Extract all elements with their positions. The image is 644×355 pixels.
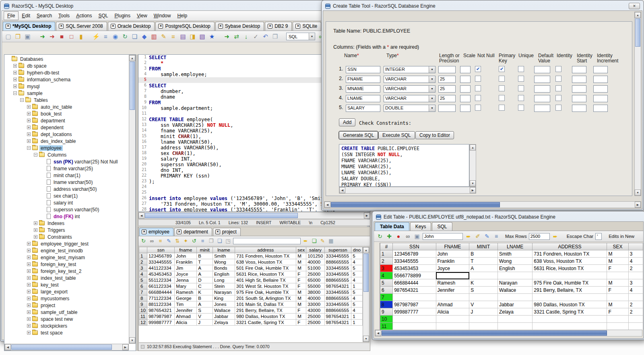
scroll-up-icon[interactable]: ▲ [129,55,135,61]
cell[interactable]: M [296,265,306,271]
cell[interactable]: F [607,265,628,272]
cell[interactable]: M [296,253,306,259]
not-null-checkbox[interactable] [475,105,481,111]
new-query-page-icon[interactable]: ❐ [271,33,279,40]
cell[interactable]: 301 West St. Houston TX [235,283,296,289]
scroll-left-icon[interactable]: ◀ [5,344,11,350]
tree-item-sex-char-1[interactable]: +sex char(1) [5,192,128,199]
cell[interactable]: 5631 Rice, Houston TX [533,265,607,272]
tree-item-salary-int[interactable]: +salary int [5,199,128,206]
tree-item-triggers[interactable]: +Triggers [5,227,128,233]
max-rows-input[interactable] [529,233,550,240]
cell[interactable] [628,294,643,301]
edit-tab-sql[interactable]: SQL [432,222,452,231]
tree-expander-icon[interactable]: − [20,98,24,102]
editor-horizontal-scrollbar[interactable]: ◀ ▶ [138,212,370,219]
cell[interactable]: Jennifer [175,308,197,314]
table-row[interactable]: 1123456789JohnBSmith731 Fondren, Houston… [139,253,363,259]
identity-increment-input[interactable] [593,105,608,112]
length-input[interactable] [438,105,456,112]
cell[interactable] [498,323,533,330]
close-tab-icon[interactable]: ✕ [111,24,116,29]
cell[interactable]: Jennifer [436,287,469,294]
tree-item-minit-char-1[interactable]: +minit char(1) [5,172,128,179]
column-header-sex[interactable]: SEX [607,243,628,250]
generated-sql-preview[interactable]: CREATE TABLE PUBLIC.EMPLOYEE(SSN INTEGER… [339,144,469,187]
scroll-right-icon[interactable]: ▶ [122,344,128,350]
cell[interactable]: 975 Fire Oak, Humble TX [533,279,607,287]
row-number[interactable]: 9 [139,301,147,308]
cell[interactable]: M [607,279,628,287]
cell[interactable]: 1 [351,320,363,326]
cell[interactable]: 999887777 [393,308,436,316]
refresh-connection-icon[interactable]: ↻ [121,33,129,40]
identity-start-input[interactable] [572,85,586,93]
menu-help[interactable]: Help [174,12,190,20]
cell[interactable]: F [607,308,628,316]
selected-cell[interactable] [436,272,469,279]
cell[interactable]: F [296,271,306,277]
tree-expander-icon[interactable]: + [13,64,17,68]
identity-start-input[interactable] [572,76,586,83]
results-vscroll-thumb[interactable] [363,254,369,292]
tree-item-information-schema[interactable]: +information_schema [5,76,128,83]
table-row[interactable]: 9999887777AliciaJZelaya3321 Castle, Spri… [380,308,643,316]
cell[interactable]: 333445555 [324,253,351,259]
cell[interactable]: Jones [213,301,235,308]
tree-expander-icon[interactable]: + [27,262,31,266]
close-tab-icon[interactable]: ✕ [177,229,182,234]
cell[interactable]: Ramesh [436,279,469,287]
cell[interactable]: A [197,301,213,308]
tree-item-hyphen-db-test[interactable]: +hyphen-db-test [5,69,128,76]
scroll-right-icon[interactable]: ▶ [635,202,641,208]
cell[interactable]: 999887777 [147,320,174,326]
column-header-minit[interactable]: MINIT [469,243,498,250]
result-tab-employee[interactable]: ✕employee [139,228,173,236]
row-number[interactable]: 2 [380,258,393,265]
cell[interactable]: 55000 [306,283,324,289]
cell[interactable]: Tim [175,301,197,308]
cell[interactable]: M [607,250,628,258]
add-column-button[interactable]: Add [339,118,355,126]
cell[interactable]: 987654321 [393,287,436,294]
close-tab-icon[interactable]: ✕ [59,24,64,29]
tree-item-dno-fk-int[interactable]: +dno (FK) int [5,213,128,220]
cell[interactable]: 333445555 [393,258,436,265]
cell[interactable]: 2 [628,265,643,272]
not-null-checkbox[interactable] [475,76,481,82]
identity-start-input[interactable] [572,105,586,112]
tree-item-index-test-table[interactable]: +index_test_table [5,275,128,281]
cell[interactable]: T [469,258,498,265]
table-row[interactable]: 12999887777AliciaJZelaya3321 Castle, Spr… [139,320,363,326]
cell[interactable] [533,272,607,279]
cell[interactable]: Alicia [175,320,197,326]
window-vertical-scrollbar[interactable]: ▲ ▼ [634,12,641,196]
unique-checkbox[interactable] [518,76,524,82]
cell[interactable]: 3321 Castle, Spring TX [235,320,296,326]
cell[interactable]: Ramesh [175,289,197,295]
table-row[interactable]: 11987987987AhmadVJabbar980 Dallas, Houst… [139,314,363,320]
identity-checkbox[interactable] [555,105,561,111]
list-view-icon[interactable]: ≡ [199,237,206,245]
cell[interactable]: English [213,271,235,277]
tree-expander-icon[interactable]: + [27,132,31,136]
row-number[interactable]: 3 [139,265,147,271]
row-number[interactable]: 8 [380,301,393,308]
refresh-results-icon[interactable]: ↻ [140,237,147,245]
cell[interactable] [393,294,436,301]
unique-checkbox[interactable] [518,66,524,72]
cell[interactable]: C [197,283,213,289]
scale-input[interactable] [460,105,471,112]
tree-expander-icon[interactable]: + [27,119,31,122]
cell[interactable] [469,323,498,330]
tree-expander-icon[interactable]: + [27,105,31,109]
cell[interactable]: 123456789 [393,250,436,258]
scroll-up-icon[interactable]: ▲ [363,247,369,253]
save-file-icon[interactable]: ▣ [24,33,31,40]
table-row[interactable]: 3441122334JimABonds501 Fire Oak, Humble … [139,265,363,271]
scroll-right-icon[interactable]: ▶ [364,213,370,219]
cell[interactable]: 987654321 [324,283,351,289]
column-name-input[interactable]: MNAME [346,85,380,93]
results-grid[interactable]: ssnfnameminitlnameaddresssexsalarysupers… [139,247,363,342]
cell[interactable]: V [469,301,498,308]
